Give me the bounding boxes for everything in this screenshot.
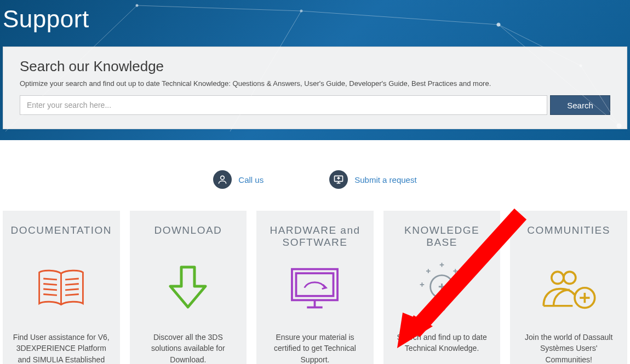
person-icon bbox=[213, 170, 232, 189]
card-desc: Search and find up to date Technical Kno… bbox=[390, 332, 494, 354]
svg-line-20 bbox=[65, 294, 79, 296]
card-title: COMMUNITIES bbox=[517, 224, 621, 251]
card-knowledge-base[interactable]: KNOWLEDGE BASE Searc bbox=[383, 211, 501, 364]
svg-line-19 bbox=[65, 289, 79, 290]
card-documentation[interactable]: DOCUMENTATION Find User assistance for V… bbox=[3, 211, 120, 364]
cards-row: DOCUMENTATION Find User assistance for V… bbox=[0, 211, 630, 364]
svg-line-16 bbox=[43, 294, 57, 296]
search-heading: Search our Knowledge bbox=[20, 58, 610, 75]
card-desc: Discover all the 3DS solutions available… bbox=[136, 332, 240, 364]
card-title: KNOWLEDGE BASE bbox=[390, 224, 494, 251]
monitor-icon bbox=[263, 256, 367, 322]
card-desc: Ensure your material is certified to get… bbox=[263, 332, 367, 364]
card-hardware-software[interactable]: HARDWARE and SOFTWARE Ensure your materi… bbox=[256, 211, 374, 364]
call-us-label: Call us bbox=[238, 175, 264, 184]
card-desc: Join the world of Dassault Systèmes User… bbox=[517, 332, 621, 364]
svg-point-41 bbox=[552, 271, 564, 284]
content-area: Call us Submit a request DOCUMENTATION bbox=[0, 170, 630, 364]
screen-share-icon bbox=[329, 170, 348, 189]
search-panel: Search our Knowledge Optimize your searc… bbox=[3, 47, 627, 129]
card-download[interactable]: DOWNLOAD Discover all the 3DS solutions … bbox=[130, 211, 247, 364]
search-subtext: Optimize your search and find out up to … bbox=[20, 79, 610, 88]
action-links-row: Call us Submit a request bbox=[0, 170, 630, 189]
people-icon bbox=[517, 256, 621, 322]
hero-banner: Support Search our Knowledge Optimize yo… bbox=[0, 0, 630, 140]
card-communities[interactable]: COMMUNITIES Join the world of Dassault S… bbox=[510, 211, 627, 364]
lightbulb-icon bbox=[390, 256, 494, 322]
svg-line-14 bbox=[43, 284, 57, 285]
card-desc: Find User assistance for V6, 3DEXPERIENC… bbox=[9, 332, 113, 364]
svg-line-15 bbox=[43, 289, 57, 290]
card-title: DOCUMENTATION bbox=[9, 224, 113, 251]
search-button[interactable]: Search bbox=[550, 95, 610, 115]
submit-request-label: Submit a request bbox=[354, 175, 416, 184]
card-title: DOWNLOAD bbox=[136, 224, 240, 251]
svg-rect-22 bbox=[296, 273, 334, 296]
search-input[interactable] bbox=[20, 95, 547, 115]
download-arrow-icon bbox=[136, 256, 240, 322]
call-us-link[interactable]: Call us bbox=[213, 170, 264, 189]
submit-request-link[interactable]: Submit a request bbox=[329, 170, 416, 189]
svg-point-42 bbox=[564, 271, 576, 284]
svg-line-18 bbox=[65, 284, 79, 285]
book-icon bbox=[9, 256, 113, 322]
card-title: HARDWARE and SOFTWARE bbox=[263, 224, 367, 251]
svg-line-17 bbox=[65, 279, 79, 280]
page-title: Support bbox=[0, 0, 630, 47]
svg-point-10 bbox=[221, 176, 225, 180]
svg-line-13 bbox=[43, 279, 57, 280]
